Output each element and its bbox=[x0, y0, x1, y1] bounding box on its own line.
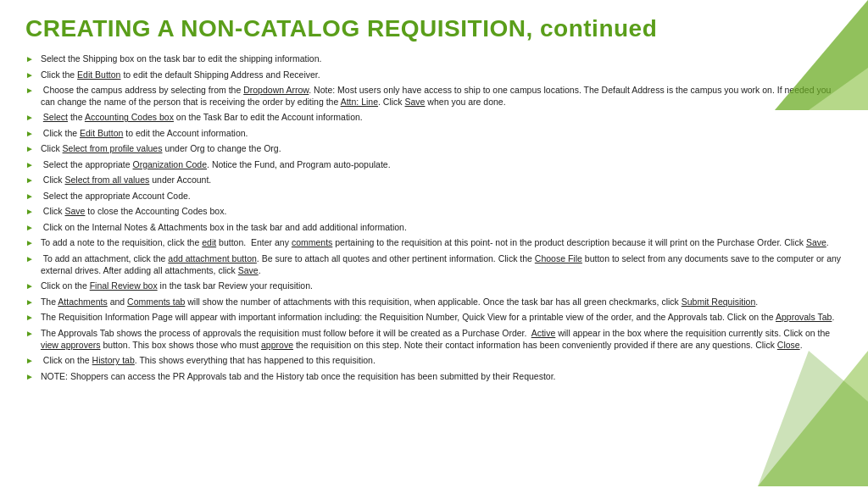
list-item: ► Click on the Internal Notes & Attachme… bbox=[25, 221, 843, 234]
instructions-list: ► Select the Shipping box on the task ba… bbox=[25, 53, 843, 382]
list-item: ► Click the Edit Button to edit the Acco… bbox=[25, 127, 843, 140]
list-item: ► To add an attachment, click the add at… bbox=[25, 252, 843, 276]
list-item: ► Select the Accounting Codes box on the… bbox=[25, 111, 843, 124]
bullet-icon: ► bbox=[25, 280, 34, 292]
bullet-icon: ► bbox=[25, 159, 34, 171]
page-title: CREATING A NON-CATALOG REQUISITION, cont… bbox=[25, 15, 843, 42]
list-item: ► Click Select from profile values under… bbox=[25, 142, 843, 155]
list-item: ► Click Select from all values under Acc… bbox=[25, 174, 843, 186]
list-item: ► NOTE: Shoppers can access the PR Appro… bbox=[25, 370, 843, 383]
bullet-icon: ► bbox=[25, 143, 34, 155]
bullet-icon: ► bbox=[25, 69, 34, 81]
bullet-icon: ► bbox=[25, 297, 34, 308]
bullet-icon: ► bbox=[25, 191, 34, 202]
list-item: ► Click Save to close the Accounting Cod… bbox=[25, 205, 843, 218]
bullet-icon: ► bbox=[25, 237, 34, 249]
list-item: ► The Requisition Information Page will … bbox=[25, 311, 843, 324]
bullet-icon: ► bbox=[25, 222, 34, 234]
bullet-icon: ► bbox=[25, 355, 34, 367]
list-item: ► Select the appropriate Organization Co… bbox=[25, 158, 843, 171]
bullet-icon: ► bbox=[25, 371, 34, 383]
list-item: ► Click on the Final Review box in the t… bbox=[25, 280, 843, 292]
list-item: ► Select the appropriate Account Code. bbox=[25, 190, 843, 202]
list-item: ► Choose the campus address by selecting… bbox=[25, 84, 843, 108]
page-container: CREATING A NON-CATALOG REQUISITION, cont… bbox=[0, 0, 868, 488]
bullet-icon: ► bbox=[25, 328, 34, 340]
bullet-icon: ► bbox=[25, 112, 34, 124]
list-item: ► Select the Shipping box on the task ba… bbox=[25, 53, 843, 65]
bullet-icon: ► bbox=[25, 53, 34, 65]
bullet-icon: ► bbox=[25, 85, 34, 97]
bullet-icon: ► bbox=[25, 312, 34, 324]
bullet-icon: ► bbox=[25, 206, 34, 218]
list-item: ► Click the Edit Button to edit the defa… bbox=[25, 69, 843, 81]
bullet-icon: ► bbox=[25, 175, 34, 186]
list-item: ► The Attachments and Comments tab will … bbox=[25, 296, 843, 308]
list-item: ► The Approvals Tab shows the process of… bbox=[25, 327, 843, 351]
bullet-icon: ► bbox=[25, 253, 34, 265]
list-item: ► To add a note to the requisition, clic… bbox=[25, 236, 843, 249]
bullet-icon: ► bbox=[25, 128, 34, 140]
list-item: ► Click on the History tab. This shows e… bbox=[25, 354, 843, 367]
